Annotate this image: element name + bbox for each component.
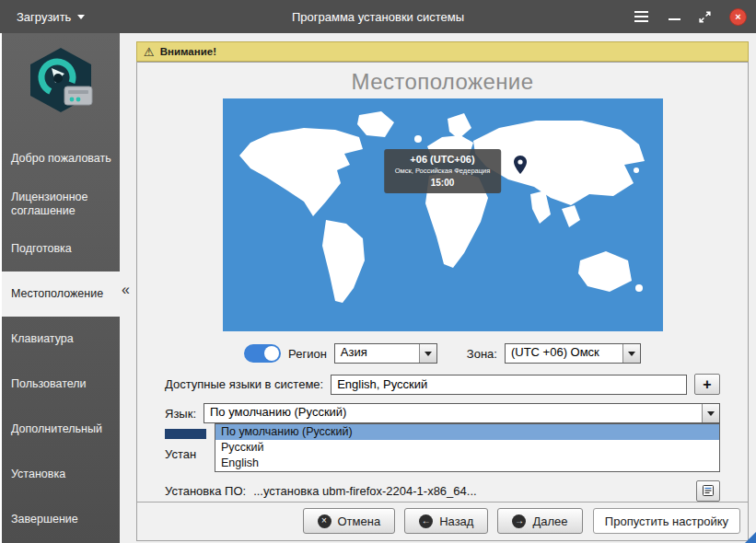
region-dropdown-button[interactable] — [419, 344, 436, 363]
sidebar-collapse-chevron[interactable]: « — [122, 282, 130, 298]
resize-grip[interactable] — [745, 532, 756, 543]
sidebar-item-additional[interactable]: Дополнительный — [2, 407, 120, 452]
dropdown-option-default[interactable]: По умолчанию (Русский) — [215, 424, 719, 440]
log-icon — [702, 484, 715, 497]
sidebar-item-welcome[interactable]: Добро пожаловать — [2, 136, 120, 181]
map-mode-toggle[interactable] — [244, 344, 281, 363]
timezone-tooltip: +06 (UTC+06) Омск, Российская Федерация … — [384, 149, 502, 193]
skip-label: Пропустить настройку — [605, 514, 728, 528]
page-title: Местоположение — [137, 69, 748, 95]
sidebar: Добро пожаловать Лицензионное соглашение… — [2, 33, 120, 543]
back-label: Назад — [439, 514, 473, 528]
language-dropdown-button[interactable] — [702, 404, 719, 422]
language-value: По умолчанию (Русский) — [204, 404, 702, 422]
region-select[interactable]: Азия — [334, 343, 437, 364]
chevron-down-icon — [707, 411, 715, 416]
add-language-button[interactable]: + — [694, 374, 720, 395]
chevron-down-icon — [425, 352, 432, 356]
language-row: Язык: По умолчанию (Русский) — [137, 403, 748, 423]
titlebar: Загрузить Программа установки системы × — [0, 0, 756, 33]
chevron-down-icon — [628, 352, 635, 356]
region-label: Регион — [288, 347, 327, 361]
software-status: ...установка ubm-firefox-2204-1-x86_64..… — [253, 484, 477, 498]
maximize-icon[interactable] — [698, 10, 712, 24]
languages-label: Доступные языки в системе: — [165, 377, 323, 391]
menu-icon[interactable] — [632, 8, 651, 25]
region-value: Азия — [335, 344, 419, 363]
cancel-label: Отмена — [338, 514, 381, 528]
close-icon[interactable]: × — [729, 8, 747, 26]
zone-dropdown-button[interactable] — [622, 344, 640, 363]
chevron-down-icon — [77, 15, 85, 19]
sidebar-item-completion[interactable]: Завершение — [2, 497, 120, 542]
language-dropdown-list: По умолчанию (Русский) Русский English — [215, 423, 720, 472]
languages-input[interactable] — [331, 375, 687, 395]
minimize-icon[interactable] — [669, 18, 680, 20]
back-button[interactable]: ← Назад — [404, 508, 488, 534]
zone-value: (UTC +06) Омск — [506, 344, 622, 363]
tooltip-time: 15:00 — [395, 178, 491, 188]
app-body: Добро пожаловать Лицензионное соглашение… — [0, 33, 756, 543]
footer-buttons: × Отмена ← Назад → Далее — [303, 508, 583, 534]
tooltip-utc-offset: +06 (UTC+06) — [395, 154, 491, 165]
plus-icon: + — [703, 376, 711, 393]
main-area: « ⚠ Внимание! Местоположение — [120, 33, 756, 543]
warning-icon: ⚠ — [144, 45, 155, 59]
sidebar-item-location[interactable]: Местоположение — [2, 272, 120, 317]
titlebar-controls: × — [632, 8, 747, 26]
load-button[interactable]: Загрузить — [9, 6, 92, 29]
toggle-knob — [264, 346, 279, 361]
skip-settings-button[interactable]: Пропустить настройку — [593, 508, 740, 534]
dropdown-option-russian[interactable]: Русский — [215, 440, 719, 456]
software-label: Установка ПО: — [165, 484, 246, 498]
sidebar-item-installation[interactable]: Установка — [2, 452, 120, 497]
warning-banner: ⚠ Внимание! — [136, 41, 749, 62]
obscured-rows: Устан По умолчанию (Русский) Русский Eng… — [137, 423, 748, 479]
cancel-icon: × — [318, 514, 331, 528]
languages-row: Доступные языки в системе: + — [137, 374, 748, 395]
next-label: Далее — [532, 514, 567, 528]
language-select[interactable]: По умолчанию (Русский) — [204, 403, 720, 423]
view-log-button[interactable] — [696, 480, 720, 502]
world-map[interactable]: +06 (UTC+06) Омск, Российская Федерация … — [223, 98, 663, 331]
dropdown-option-english[interactable]: English — [215, 456, 719, 471]
sidebar-item-users[interactable]: Пользователи — [2, 362, 120, 407]
cancel-button[interactable]: × Отмена — [303, 508, 396, 534]
zone-select[interactable]: (UTC +06) Омск — [505, 343, 641, 364]
installer-window: Загрузить Программа установки системы × — [0, 0, 756, 543]
region-zone-row: Регион Азия Зона: (UTC +06) Омск — [137, 343, 748, 364]
language-label: Язык: — [165, 407, 196, 421]
footer-bar: × Отмена ← Назад → Далее Пропус — [137, 502, 748, 540]
load-button-label: Загрузить — [17, 10, 71, 24]
os-install-progressbar — [165, 429, 206, 439]
arrow-right-icon: → — [512, 514, 526, 528]
warning-text: Внимание! — [160, 46, 216, 57]
tooltip-place: Омск, Российская Федерация — [395, 167, 491, 175]
installer-logo — [2, 33, 120, 136]
sidebar-item-license[interactable]: Лицензионное соглашение — [2, 181, 120, 226]
software-row: Установка ПО: ...установка ubm-firefox-2… — [137, 480, 748, 502]
location-pin-icon — [514, 156, 527, 174]
sidebar-item-keyboard[interactable]: Клавиатура — [2, 317, 120, 362]
world-map-graphic — [223, 98, 663, 331]
window-title: Программа установки системы — [292, 10, 464, 24]
next-button[interactable]: → Далее — [497, 508, 582, 534]
sidebar-item-preparation[interactable]: Подготовка — [2, 226, 120, 272]
arrow-left-icon: ← — [419, 514, 433, 528]
content-panel: Местоположение — [136, 62, 749, 541]
zone-label: Зона: — [467, 347, 497, 361]
